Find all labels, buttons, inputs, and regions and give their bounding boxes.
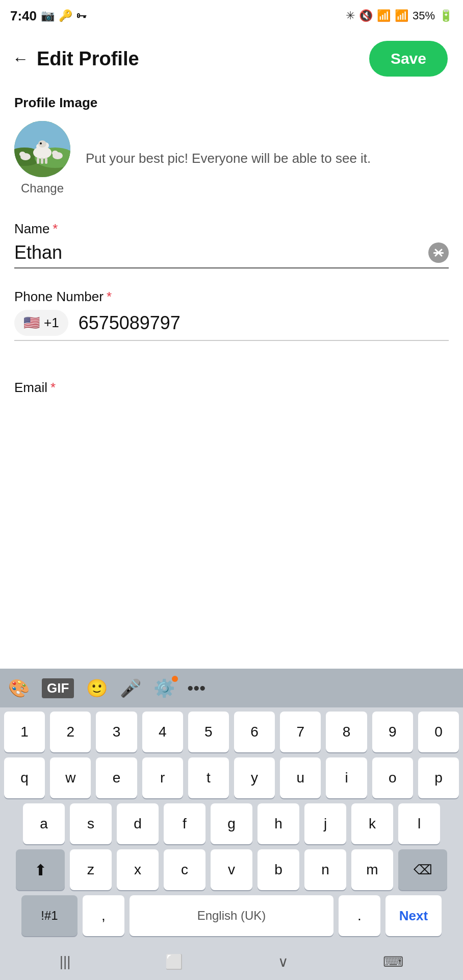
svg-rect-11 bbox=[41, 158, 43, 164]
wifi-icon: 📶 bbox=[377, 9, 391, 22]
next-key[interactable]: Next bbox=[385, 895, 442, 936]
smiley-icon[interactable]: 🙂 bbox=[86, 678, 108, 698]
key-e[interactable]: e bbox=[96, 757, 137, 798]
name-required: * bbox=[53, 221, 58, 237]
key-h[interactable]: h bbox=[258, 803, 299, 844]
key-c[interactable]: c bbox=[164, 849, 205, 890]
notification-dot bbox=[172, 676, 178, 682]
email-field-section: Email * bbox=[14, 380, 449, 396]
period-key[interactable]: . bbox=[339, 895, 380, 936]
avatar[interactable] bbox=[14, 121, 70, 177]
battery-icon: 🔋 bbox=[439, 9, 453, 22]
key-8[interactable]: 8 bbox=[326, 712, 367, 752]
phone-required: * bbox=[107, 289, 112, 305]
profile-image-wrapper: Change bbox=[14, 121, 70, 195]
key-0[interactable]: 0 bbox=[418, 712, 459, 752]
spacebar[interactable]: English (UK) bbox=[130, 895, 333, 936]
email-label: Email * bbox=[14, 380, 449, 396]
key-x[interactable]: x bbox=[117, 849, 159, 890]
special-chars-key[interactable]: !#1 bbox=[21, 895, 78, 936]
svg-point-4 bbox=[33, 146, 52, 159]
key-5[interactable]: 5 bbox=[188, 712, 229, 752]
key-3[interactable]: 3 bbox=[96, 712, 137, 752]
country-code: +1 bbox=[44, 315, 59, 331]
profile-image-label: Profile Image bbox=[14, 95, 449, 111]
key-b[interactable]: b bbox=[258, 849, 299, 890]
key-o[interactable]: o bbox=[372, 757, 413, 798]
key-n[interactable]: n bbox=[304, 849, 346, 890]
back-button[interactable]: ← bbox=[12, 50, 29, 68]
header-left: ← Edit Profile bbox=[12, 48, 139, 70]
status-icons: ✳ 🔇 📶 📶 35% 🔋 bbox=[346, 9, 453, 22]
key-q[interactable]: q bbox=[4, 757, 45, 798]
svg-rect-10 bbox=[37, 158, 39, 164]
svg-point-8 bbox=[38, 140, 46, 148]
nav-back-icon[interactable]: ||| bbox=[60, 953, 71, 970]
keyboard-rows: 1 2 3 4 5 6 7 8 9 0 q w e r t y u i o p … bbox=[0, 707, 463, 943]
key-j[interactable]: j bbox=[304, 803, 346, 844]
settings-icon[interactable]: ⚙️ bbox=[153, 678, 175, 698]
key-u[interactable]: u bbox=[280, 757, 321, 798]
key-s[interactable]: s bbox=[70, 803, 112, 844]
nav-home-icon[interactable]: ⬜ bbox=[165, 953, 183, 970]
battery-display: 35% bbox=[413, 9, 435, 22]
backspace-key[interactable]: ⌫ bbox=[398, 849, 447, 890]
svg-point-9 bbox=[40, 142, 42, 144]
key-v[interactable]: v bbox=[211, 849, 252, 890]
key-d[interactable]: d bbox=[117, 803, 159, 844]
mute-icon: 🔇 bbox=[359, 9, 373, 22]
gif-button[interactable]: GIF bbox=[42, 678, 74, 698]
email-required: * bbox=[50, 380, 56, 396]
key-l[interactable]: l bbox=[398, 803, 440, 844]
key-2[interactable]: 2 bbox=[50, 712, 91, 752]
microphone-icon[interactable]: 🎤 bbox=[120, 678, 141, 698]
country-selector[interactable]: 🇺🇸 +1 bbox=[14, 310, 68, 336]
save-button[interactable]: Save bbox=[369, 41, 448, 77]
key-m[interactable]: m bbox=[351, 849, 393, 890]
name-input[interactable] bbox=[14, 242, 428, 263]
svg-rect-12 bbox=[45, 158, 47, 164]
shift-key[interactable]: ⬆ bbox=[16, 849, 65, 890]
zxcv-row: ⬆ z x c v b n m ⌫ bbox=[4, 849, 459, 890]
name-label: Name * bbox=[14, 221, 449, 237]
clear-name-button[interactable] bbox=[428, 242, 449, 263]
key-y[interactable]: y bbox=[234, 757, 275, 798]
more-icon[interactable]: ••• bbox=[187, 678, 205, 698]
key-6[interactable]: 6 bbox=[234, 712, 275, 752]
name-field-row bbox=[14, 242, 449, 268]
keyboard: 🎨 GIF 🙂 🎤 ⚙️ ••• 1 2 3 4 5 6 7 8 9 0 q w… bbox=[0, 669, 463, 980]
key-a[interactable]: a bbox=[23, 803, 65, 844]
name-field-section: Name * bbox=[14, 221, 449, 268]
key-p[interactable]: p bbox=[418, 757, 459, 798]
key-g[interactable]: g bbox=[211, 803, 252, 844]
key-f[interactable]: f bbox=[164, 803, 205, 844]
status-bar: 7:40 📷 🔑 🗝 ✳ 🔇 📶 📶 35% 🔋 bbox=[0, 0, 463, 31]
key-i[interactable]: i bbox=[326, 757, 367, 798]
qwerty-row: q w e r t y u i o p bbox=[4, 757, 459, 798]
key-w[interactable]: w bbox=[50, 757, 91, 798]
number-row: 1 2 3 4 5 6 7 8 9 0 bbox=[4, 712, 459, 752]
nav-recents-icon[interactable]: ∨ bbox=[278, 953, 289, 970]
key-9[interactable]: 9 bbox=[372, 712, 413, 752]
bluetooth-icon: ✳ bbox=[346, 9, 355, 22]
flag-icon: 🇺🇸 bbox=[23, 315, 40, 331]
change-photo-button[interactable]: Change bbox=[21, 181, 64, 195]
nav-keyboard-icon[interactable]: ⌨ bbox=[383, 953, 403, 970]
key-z[interactable]: z bbox=[70, 849, 112, 890]
key-r[interactable]: r bbox=[142, 757, 183, 798]
key-k[interactable]: k bbox=[351, 803, 393, 844]
phone-input[interactable] bbox=[79, 312, 449, 334]
svg-point-14 bbox=[19, 152, 25, 157]
emoji-keyboard-icon[interactable]: 🎨 bbox=[8, 678, 30, 698]
profile-image-hint: Put your best pic! Everyone will be able… bbox=[86, 149, 449, 167]
phone-field-section: Phone Number * 🇺🇸 +1 bbox=[14, 289, 449, 341]
comma-key[interactable]: , bbox=[83, 895, 124, 936]
key-7[interactable]: 7 bbox=[280, 712, 321, 752]
time-display: 7:40 bbox=[10, 8, 37, 24]
asdf-row: a s d f g h j k l bbox=[4, 803, 459, 844]
key-4[interactable]: 4 bbox=[142, 712, 183, 752]
profile-image-row: Change Put your best pic! Everyone will … bbox=[14, 121, 449, 195]
key-t[interactable]: t bbox=[188, 757, 229, 798]
key-1[interactable]: 1 bbox=[4, 712, 45, 752]
profile-image-section: Profile Image bbox=[14, 95, 449, 195]
